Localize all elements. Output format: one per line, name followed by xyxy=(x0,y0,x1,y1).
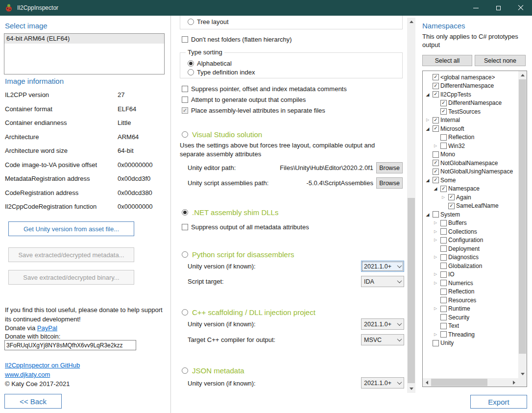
bitcoin-address-input[interactable] xyxy=(4,340,136,350)
tree-checkbox[interactable]: ✓ xyxy=(448,194,455,200)
python-unity-version-select[interactable]: 2021.1.0+ xyxy=(361,261,404,272)
tree-item[interactable]: ◢✓Namespace xyxy=(423,185,518,194)
tree-item[interactable]: ✓DifferentNamespace xyxy=(423,99,518,108)
shim-dlls-radio[interactable]: .NET assembly shim DLLs xyxy=(182,207,278,217)
expander-expanded-icon[interactable]: ◢ xyxy=(424,91,431,98)
json-unity-version-select[interactable]: 2021.1.0+ xyxy=(361,377,404,389)
save-binary-button[interactable]: Save extracted/decrypted binary... xyxy=(8,270,134,285)
scroll-down-button[interactable] xyxy=(518,370,527,378)
tree-item[interactable]: ▷Win32 xyxy=(423,142,518,150)
tree-checkbox[interactable] xyxy=(440,297,447,303)
expander-collapsed-icon[interactable]: ▷ xyxy=(424,117,431,123)
tree-checkbox[interactable] xyxy=(433,151,439,158)
tree-checkbox[interactable]: ✓ xyxy=(440,186,447,192)
export-button[interactable]: Export xyxy=(470,395,527,409)
tree-checkbox[interactable]: ✓ xyxy=(440,100,447,106)
scrollbar-thumb[interactable] xyxy=(519,79,526,354)
scrollbar-thumb[interactable] xyxy=(431,379,487,386)
tree-checkbox[interactable] xyxy=(440,306,447,312)
tree-checkbox[interactable] xyxy=(433,211,439,218)
expander-collapsed-icon[interactable]: ▷ xyxy=(432,254,439,261)
tree-item[interactable]: ◢✓Il2CppTests xyxy=(423,90,518,99)
tree-checkbox[interactable] xyxy=(440,271,447,278)
suppress-attributes-checkbox[interactable]: Suppress output of all metadata attribut… xyxy=(182,223,309,231)
tree-checkbox[interactable] xyxy=(440,254,447,261)
get-unity-version-button[interactable]: Get Unity version from asset file... xyxy=(8,221,134,236)
tree-checkbox[interactable]: ✓ xyxy=(433,91,439,97)
separate-assembly-attributes-checkbox[interactable]: ✓ Place assembly-level attributes in sep… xyxy=(182,106,325,114)
tree-checkbox[interactable] xyxy=(440,280,447,286)
tree-checkbox[interactable] xyxy=(440,323,447,329)
tree-item[interactable]: ▷Threading xyxy=(423,330,518,339)
flatten-checkbox[interactable]: Don't nest folders (flatten hierarchy) xyxy=(182,35,292,43)
minimize-button[interactable] xyxy=(464,0,487,16)
attempt-compile-checkbox[interactable]: Attempt to generate output that compiles xyxy=(182,96,306,103)
tree-item[interactable]: ▷Runtime xyxy=(423,305,518,314)
tree-item[interactable]: ▷IO xyxy=(423,270,518,279)
tree-checkbox[interactable] xyxy=(440,289,447,295)
tree-item[interactable]: ✓NotGlobalNamespace xyxy=(423,159,518,168)
tree-layout-radio[interactable]: Tree layout xyxy=(188,18,229,25)
expander-expanded-icon[interactable]: ◢ xyxy=(424,177,431,184)
tree-checkbox[interactable] xyxy=(440,263,447,269)
tree-item[interactable]: Reflection xyxy=(423,288,518,296)
tree-checkbox[interactable]: ✓ xyxy=(433,83,439,89)
browse-assemblies-path-button[interactable]: Browse xyxy=(376,177,403,189)
scroll-left-button[interactable] xyxy=(423,378,431,387)
tree-checkbox[interactable]: ✓ xyxy=(440,108,447,115)
cpp-unity-version-select[interactable]: 2021.1.0+ xyxy=(361,318,404,330)
tree-checkbox[interactable] xyxy=(440,237,447,243)
expander-collapsed-icon[interactable]: ▷ xyxy=(432,280,439,287)
scroll-up-button[interactable] xyxy=(518,71,527,79)
expander-collapsed-icon[interactable]: ▷ xyxy=(432,237,439,243)
tree-item[interactable]: ▷✓Internal xyxy=(423,116,518,125)
save-metadata-button[interactable]: Save extracted/decrypted metadata... xyxy=(8,247,134,262)
tree-item[interactable]: ▷Configuration xyxy=(423,236,518,245)
center-scrollbar[interactable] xyxy=(407,18,415,393)
expander-collapsed-icon[interactable]: ▷ xyxy=(432,305,439,312)
select-all-button[interactable]: Select all xyxy=(422,55,472,66)
tree-horizontal-scrollbar[interactable] xyxy=(423,378,518,387)
tree-item[interactable]: ▷✓Again xyxy=(423,193,518,202)
tree-checkbox[interactable]: ✓ xyxy=(433,177,439,183)
tree-item[interactable]: ✓<global namespace> xyxy=(423,73,518,82)
tree-checkbox[interactable]: ✓ xyxy=(448,203,455,209)
tree-checkbox[interactable]: ✓ xyxy=(433,160,439,166)
json-metadata-radio[interactable]: JSON metadata xyxy=(182,365,244,375)
expander-expanded-icon[interactable]: ◢ xyxy=(424,125,431,132)
tree-checkbox[interactable] xyxy=(440,331,447,338)
cpp-compiler-select[interactable]: MSVC xyxy=(361,334,404,345)
select-none-button[interactable]: Select none xyxy=(475,55,526,66)
tree-checkbox[interactable] xyxy=(433,340,439,346)
image-listbox[interactable]: 64-bit ARM64 (ELF64) xyxy=(4,33,165,74)
close-button[interactable] xyxy=(509,0,532,16)
tree-item[interactable]: ◢✓Some xyxy=(423,176,518,185)
scroll-right-button[interactable] xyxy=(510,378,518,387)
cpp-scaffolding-radio[interactable]: C++ scaffolding / DLL injection project xyxy=(182,307,315,317)
tree-item[interactable]: Security xyxy=(423,313,518,322)
suppress-metadata-comments-checkbox[interactable]: Suppress pointer, offset and index metad… xyxy=(182,85,347,93)
tree-checkbox[interactable]: ✓ xyxy=(433,117,439,123)
maximize-button[interactable] xyxy=(487,0,509,16)
tree-vertical-scrollbar[interactable] xyxy=(518,71,527,378)
expander-expanded-icon[interactable]: ◢ xyxy=(424,211,431,218)
back-button[interactable]: << Back xyxy=(4,394,62,409)
unity-script-assemblies-path-value[interactable]: -5.0.4\ScriptAssemblies xyxy=(247,179,373,187)
scrollbar-thumb[interactable] xyxy=(408,198,415,383)
expander-collapsed-icon[interactable]: ▷ xyxy=(432,228,439,235)
unity-editor-path-value[interactable]: Files\Unity\Hub\Editor\2020.2.0f1 xyxy=(247,164,373,171)
scroll-up-button[interactable] xyxy=(407,18,415,26)
expander-collapsed-icon[interactable]: ▷ xyxy=(432,143,439,149)
expander-collapsed-icon[interactable]: ▷ xyxy=(432,219,439,226)
tree-checkbox[interactable]: ✓ xyxy=(433,169,439,175)
tree-item[interactable]: ✓TestSources xyxy=(423,107,518,116)
tree-checkbox[interactable] xyxy=(440,134,447,141)
visual-studio-radio[interactable]: Visual Studio solution xyxy=(182,129,262,139)
tree-checkbox[interactable] xyxy=(440,245,447,252)
paypal-link[interactable]: PayPal xyxy=(37,324,57,332)
tree-checkbox[interactable]: ✓ xyxy=(433,125,439,132)
type-definition-index-radio[interactable]: Type definition index xyxy=(188,68,255,76)
tree-item[interactable]: ▷Numerics xyxy=(423,279,518,288)
tree-checkbox[interactable] xyxy=(440,143,447,149)
expander-expanded-icon[interactable]: ◢ xyxy=(432,185,439,192)
